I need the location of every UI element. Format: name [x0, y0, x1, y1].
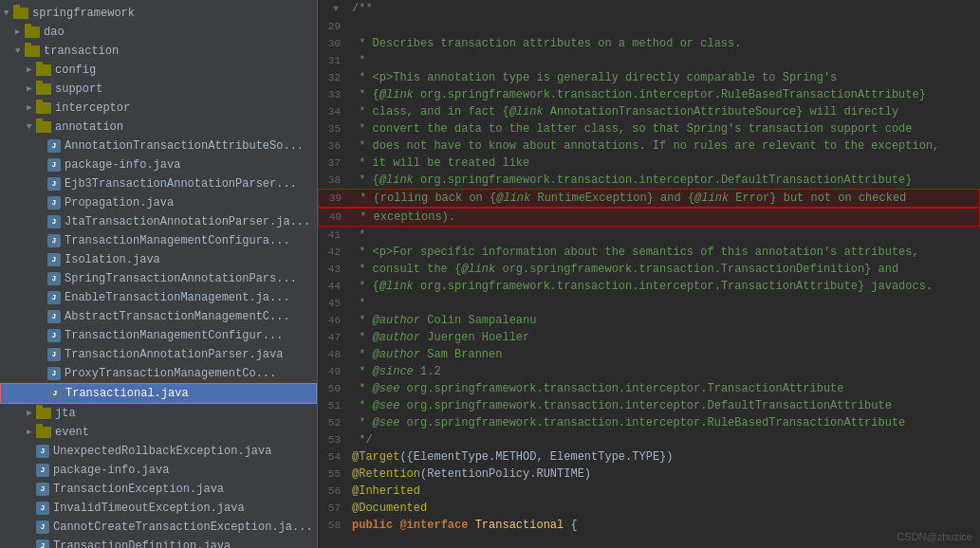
java-icon-Transactional: J [48, 387, 62, 400]
java-icon-EnableTransactionManagement: J [47, 291, 61, 304]
line-number-58: 58 [318, 517, 348, 534]
tree-item-TransactionAnnotationParser[interactable]: JTransactionAnnotationParser.java [0, 345, 317, 364]
tree-item-JtaTransactionAnnotationParser[interactable]: JJtaTransactionAnnotationParser.ja... [0, 212, 317, 231]
tree-label-AnnotationTransactionAttributeSource: AnnotationTransactionAttributeSo... [65, 137, 304, 155]
folder-icon-dao [25, 27, 40, 38]
tree-item-transaction[interactable]: transaction [0, 42, 317, 61]
line-content-45: * [348, 295, 980, 312]
tree-item-interceptor[interactable]: interceptor [0, 99, 317, 118]
line-number-43: 43 [318, 261, 348, 278]
tree-item-support[interactable]: support [0, 80, 317, 99]
tree-item-annotation[interactable]: annotation [0, 118, 317, 137]
tree-item-Isolation[interactable]: JIsolation.java [0, 250, 317, 269]
tree-item-ProxyTransactionManagementCo[interactable]: JProxyTransactionManagementCo... [0, 364, 317, 383]
fold-icon-29[interactable]: ▼ [333, 4, 339, 14]
tree-item-InvalidTimeoutException[interactable]: JInvalidTimeoutException.java [0, 499, 317, 518]
line-content-36: * does not have to know about annotation… [348, 137, 980, 155]
java-icon-ProxyTransactionManagementCo: J [47, 367, 61, 380]
code-line-31: 31 * [318, 52, 980, 69]
code-line-44: 44 * {@link org.springframework.transact… [318, 278, 980, 295]
tree-label-EnableTransactionManagement: EnableTransactionManagement.ja... [65, 289, 290, 306]
tree-item-Propagation[interactable]: JPropagation.java [0, 193, 317, 212]
folder-icon-transaction [25, 46, 40, 57]
line-content-29: /** [348, 0, 980, 17]
code-line-30: 30 * Describes transaction attributes on… [318, 35, 980, 52]
tree-item-AnnotationTransactionAttributeSource[interactable]: JAnnotationTransactionAttributeSo... [0, 137, 317, 155]
code-line-42: 42 * <p>For specific information about t… [318, 244, 980, 261]
code-line-36: 36 * does not have to know about annotat… [318, 137, 980, 155]
line-number-42: 42 [318, 244, 348, 261]
code-line-49: 49 * @since 1.2 [318, 363, 980, 380]
line-number-40: 40 [319, 209, 349, 226]
tree-item-dao[interactable]: dao [0, 23, 317, 42]
line-content-46: * @author Colin Sampaleanu [348, 312, 980, 329]
tree-label-InvalidTimeoutException: InvalidTimeoutException.java [53, 500, 245, 517]
tree-label-event: event [55, 424, 89, 441]
line-content-39: * (rolling back on {@link RuntimeExcepti… [349, 190, 979, 207]
code-line-33: 33 * {@link org.springframework.transact… [318, 86, 980, 103]
tree-item-Transactional[interactable]: JTransactional.java [0, 383, 317, 404]
line-number-45: 45 [318, 295, 348, 312]
folder-icon-annotation [36, 121, 51, 133]
line-content-30: * Describes transaction attributes on a … [348, 35, 980, 52]
code-line-50: 50 * @see org.springframework.transactio… [318, 380, 980, 397]
tree-item-EnableTransactionManagement[interactable]: JEnableTransactionManagement.ja... [0, 288, 317, 307]
code-line-40: 40 * exceptions). [318, 208, 980, 227]
tree-item-springframework[interactable]: springframework [0, 4, 317, 23]
tree-item-Ejb3TransactionAnnotationParser[interactable]: JEjb3TransactionAnnotationParser... [0, 174, 317, 193]
line-number-36: 36 [318, 137, 348, 155]
java-icon-Isolation: J [47, 253, 61, 266]
code-line-52: 52 * @see org.springframework.transactio… [318, 414, 980, 431]
line-number-55: 55 [318, 466, 348, 483]
line-content-32: * <p>This annotation type is generally d… [348, 69, 980, 86]
line-number-32: 32 [318, 69, 348, 86]
tree-arrow-transaction [15, 43, 25, 60]
tree-label-interceptor: interceptor [55, 100, 130, 117]
code-line-39: 39 * (rolling back on {@link RuntimeExce… [318, 189, 980, 208]
tree-item-TransactionManagementConfigur2[interactable]: JTransactionManagementConfigur... [0, 326, 317, 345]
tree-item-TransactionDefinition[interactable]: JTransactionDefinition.java [0, 537, 317, 548]
java-icon-AnnotationTransactionAttributeSource: J [47, 139, 61, 153]
tree-label-Ejb3TransactionAnnotationParser: Ejb3TransactionAnnotationParser... [65, 175, 297, 192]
java-icon-Ejb3TransactionAnnotationParser: J [47, 177, 61, 191]
line-number-33: 33 [318, 86, 348, 103]
tree-item-TransactionManagementConfigura[interactable]: JTransactionManagementConfigura... [0, 231, 317, 250]
tree-item-event[interactable]: event [0, 423, 317, 442]
tree-item-package-info[interactable]: Jpackage-info.java [0, 155, 317, 174]
tree-label-package-info: package-info.java [65, 156, 180, 174]
java-icon-TransactionAnnotationParser: J [47, 348, 61, 361]
tree-item-package-info2[interactable]: Jpackage-info.java [0, 461, 317, 480]
tree-label-TransactionManagementConfigur2: TransactionManagementConfigur... [65, 327, 283, 344]
tree-item-jta[interactable]: jta [0, 404, 317, 423]
code-line-51: 51 * @see org.springframework.transactio… [318, 397, 980, 414]
tree-arrow-dao [15, 24, 25, 41]
line-content-51: * @see org.springframework.transaction.i… [348, 397, 980, 414]
code-line-54: 54@Target({ElementType.METHOD, ElementTy… [318, 448, 980, 466]
code-line-34: 34 * class, and in fact {@link Annotatio… [318, 103, 980, 120]
file-tree[interactable]: springframeworkdaotransactionconfigsuppo… [0, 0, 318, 548]
tree-item-SpringTransactionAnnotationPars[interactable]: JSpringTransactionAnnotationPars... [0, 269, 317, 288]
line-content-48: * @author Sam Brannen [348, 346, 980, 363]
line-number-39: 39 [319, 190, 349, 207]
tree-label-TransactionDefinition: TransactionDefinition.java [53, 538, 231, 548]
tree-arrow-config [27, 62, 36, 79]
tree-item-CannotCreateTransactionException[interactable]: JCannotCreateTransactionException.ja... [0, 518, 317, 537]
tree-label-Isolation: Isolation.java [65, 251, 160, 268]
line-number-34: 34 [318, 103, 348, 120]
line-number-31: 31 [318, 52, 348, 69]
tree-item-config[interactable]: config [0, 61, 317, 80]
tree-item-AbstractTransactionManagementC[interactable]: JAbstractTransactionManagementC... [0, 307, 317, 326]
line-content-49: * @since 1.2 [348, 363, 980, 380]
code-line-45: 45 * [318, 295, 980, 312]
tree-item-UnexpectedRollbackException[interactable]: JUnexpectedRollbackException.java [0, 442, 317, 461]
code-editor: ▼ 29/**30 * Describes transaction attrib… [318, 0, 980, 548]
line-content-42: * <p>For specific information about the … [348, 244, 980, 261]
tree-item-TransactionException[interactable]: JTransactionException.java [0, 480, 317, 499]
tree-arrow-support [27, 81, 36, 98]
tree-label-SpringTransactionAnnotationPars: SpringTransactionAnnotationPars... [65, 270, 297, 287]
java-icon-TransactionManagementConfigura: J [47, 234, 61, 247]
line-content-35: * convert the data to the latter class, … [348, 120, 980, 137]
code-line-56: 56@Inherited [318, 483, 980, 500]
line-number-38: 38 [318, 172, 348, 189]
tree-label-package-info2: package-info.java [53, 462, 169, 479]
